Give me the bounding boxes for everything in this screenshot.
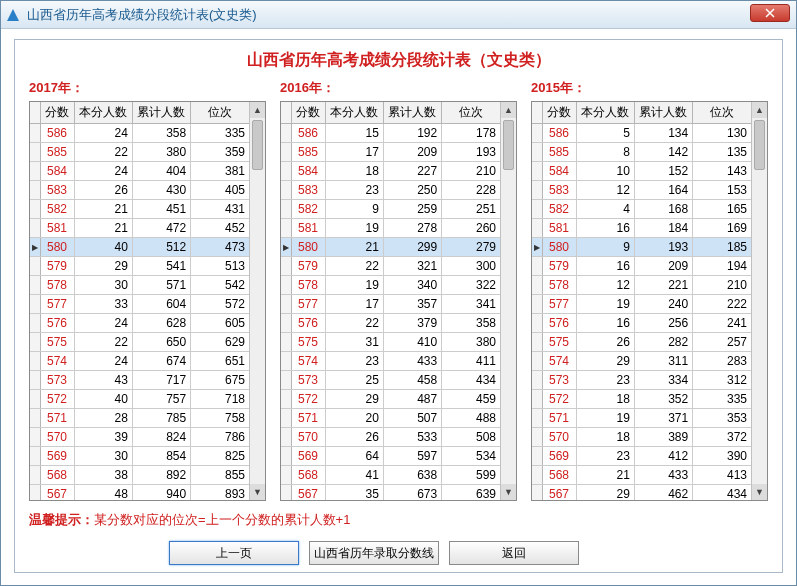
table-row[interactable]: 57922321300 [281,257,500,276]
table-row[interactable]: 58326430405 [30,181,249,200]
cell-score: 584 [40,162,74,181]
column-header[interactable]: 位次 [442,102,500,124]
table-row[interactable]: 57916209194 [532,257,751,276]
column-header[interactable]: 累计人数 [132,102,190,124]
table-row[interactable]: 56930854825 [30,447,249,466]
scroll-down-button[interactable]: ▼ [752,484,767,500]
cell-value: 153 [693,181,751,200]
column-header[interactable]: 分数 [40,102,74,124]
table-row[interactable]: 5865134130 [532,124,751,143]
scroll-down-button[interactable]: ▼ [501,484,516,500]
table-row[interactable]: 57026533508 [281,428,500,447]
table-row[interactable]: 57733604572 [30,295,249,314]
table-row[interactable]: 58312164153 [532,181,751,200]
close-button[interactable] [750,4,790,22]
table-row[interactable]: 58119278260 [281,219,500,238]
cell-value: 824 [132,428,190,447]
scroll-up-button[interactable]: ▲ [250,102,265,118]
scroll-thumb[interactable] [754,120,765,170]
table-row[interactable]: 58522380359 [30,143,249,162]
data-grid[interactable]: 分数本分人数累计人数位次5862435833558522380359584244… [29,101,266,501]
table-row[interactable]: 57719240222 [532,295,751,314]
table-row[interactable]: 56923412390 [532,447,751,466]
table-row[interactable]: 56964597534 [281,447,500,466]
table-row[interactable]: 57717357341 [281,295,500,314]
table-row[interactable]: 57119371353 [532,409,751,428]
data-grid[interactable]: 分数本分人数累计人数位次5865134130585814213558410152… [531,101,768,501]
table-row[interactable]: 58021299279 [281,238,500,257]
table-row[interactable]: 56841638599 [281,466,500,485]
table-row[interactable]: 5829259251 [281,200,500,219]
table-row[interactable]: 57522650629 [30,333,249,352]
back-button[interactable]: 返回 [449,541,579,565]
column-header[interactable]: 本分人数 [576,102,634,124]
column-header[interactable]: 累计人数 [383,102,441,124]
table-row[interactable]: 58121472452 [30,219,249,238]
table-row[interactable]: 57325458434 [281,371,500,390]
table-row[interactable]: 57526282257 [532,333,751,352]
table-row[interactable]: 58624358335 [30,124,249,143]
table-row[interactable]: 57624628605 [30,314,249,333]
prev-page-button[interactable]: 上一页 [169,541,299,565]
cell-score: 579 [40,257,74,276]
table-row[interactable]: 5824168165 [532,200,751,219]
table-row[interactable]: 5858142135 [532,143,751,162]
table-row[interactable]: 57229487459 [281,390,500,409]
table-row[interactable]: 57531410380 [281,333,500,352]
column-header[interactable]: 累计人数 [634,102,692,124]
cell-score: 582 [542,200,576,219]
table-row[interactable]: 58221451431 [30,200,249,219]
scroll-down-button[interactable]: ▼ [250,484,265,500]
cell-value: 29 [576,485,634,501]
table-row[interactable]: 56821433413 [532,466,751,485]
table-row[interactable]: 5809193185 [532,238,751,257]
table-row[interactable]: 57424674651 [30,352,249,371]
table-row[interactable]: 57323334312 [532,371,751,390]
table-row[interactable]: 57616256241 [532,314,751,333]
table-row[interactable]: 58418227210 [281,162,500,181]
scrollbar[interactable]: ▲▼ [751,102,767,500]
table-row[interactable]: 57423433411 [281,352,500,371]
table-row[interactable]: 58517209193 [281,143,500,162]
table-row[interactable]: 57429311283 [532,352,751,371]
column-header[interactable]: 分数 [542,102,576,124]
column-header[interactable]: 本分人数 [325,102,383,124]
cell-value: 340 [383,276,441,295]
cell-value: 410 [383,333,441,352]
cell-value: 256 [634,314,692,333]
table-row[interactable]: 57343717675 [30,371,249,390]
table-row[interactable]: 58410152143 [532,162,751,181]
scrollbar[interactable]: ▲▼ [249,102,265,500]
table-row[interactable]: 57039824786 [30,428,249,447]
table-row[interactable]: 58323250228 [281,181,500,200]
column-header[interactable]: 位次 [191,102,249,124]
table-row[interactable]: 58116184169 [532,219,751,238]
table-row[interactable]: 58615192178 [281,124,500,143]
table-row[interactable]: 57812221210 [532,276,751,295]
scroll-thumb[interactable] [252,120,263,170]
column-header[interactable]: 分数 [291,102,325,124]
table-row[interactable]: 57830571542 [30,276,249,295]
scroll-up-button[interactable]: ▲ [501,102,516,118]
table-row[interactable]: 57819340322 [281,276,500,295]
table-row[interactable]: 57240757718 [30,390,249,409]
table-row[interactable]: 56838892855 [30,466,249,485]
table-row[interactable]: 57622379358 [281,314,500,333]
table-row[interactable]: 56735673639 [281,485,500,501]
scroll-up-button[interactable]: ▲ [752,102,767,118]
table-row[interactable]: 58040512473 [30,238,249,257]
scrollbar[interactable]: ▲▼ [500,102,516,500]
table-row[interactable]: 57120507488 [281,409,500,428]
table-row[interactable]: 58424404381 [30,162,249,181]
column-header[interactable]: 本分人数 [74,102,132,124]
table-row[interactable]: 57128785758 [30,409,249,428]
table-row[interactable]: 57018389372 [532,428,751,447]
column-header[interactable]: 位次 [693,102,751,124]
table-row[interactable]: 56729462434 [532,485,751,501]
table-row[interactable]: 57218352335 [532,390,751,409]
table-row[interactable]: 56748940893 [30,485,249,501]
table-row[interactable]: 57929541513 [30,257,249,276]
scroll-thumb[interactable] [503,120,514,170]
data-grid[interactable]: 分数本分人数累计人数位次5861519217858517209193584182… [280,101,517,501]
admission-lines-button[interactable]: 山西省历年录取分数线 [309,541,439,565]
